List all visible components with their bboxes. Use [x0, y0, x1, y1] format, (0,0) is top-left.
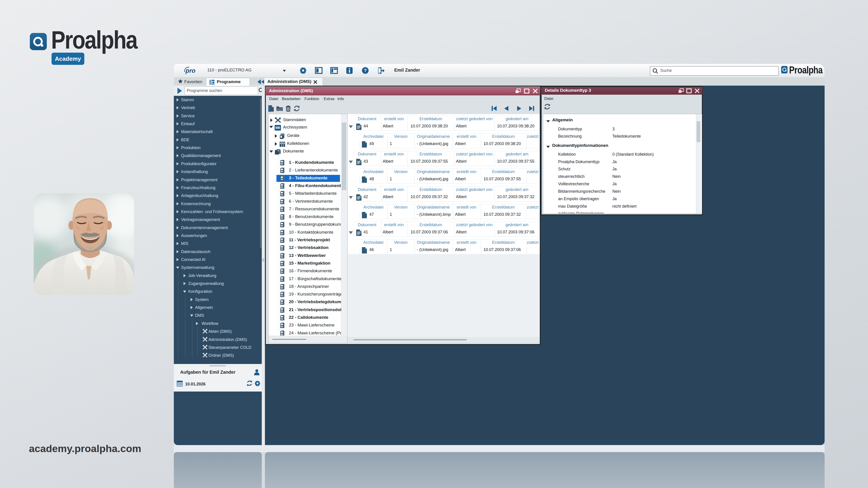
svg-text:?: ? [364, 68, 367, 73]
